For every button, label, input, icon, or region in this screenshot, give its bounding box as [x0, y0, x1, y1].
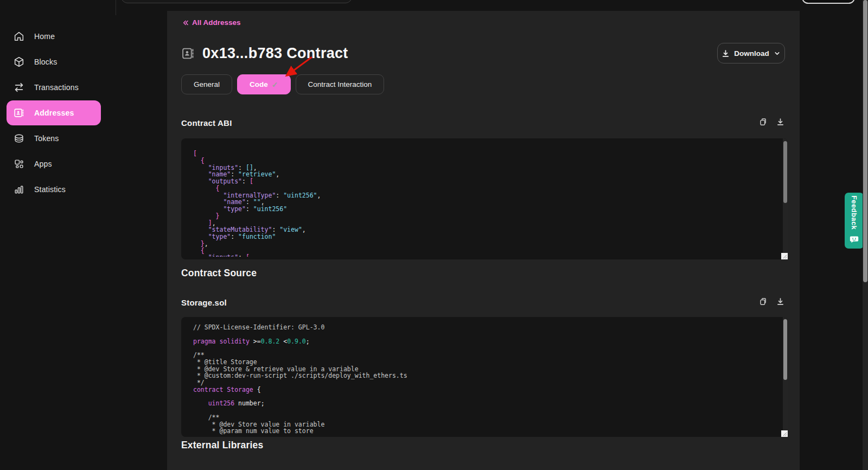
sidebar-item-transactions[interactable]: Transactions [7, 75, 101, 100]
home-icon [12, 30, 25, 43]
source-scrollbar-thumb[interactable] [783, 319, 787, 380]
top-right-button-partial[interactable] [802, 0, 855, 4]
abi-scrollbar[interactable] [783, 138, 788, 259]
sidebar-item-addresses[interactable]: Addresses [7, 100, 101, 125]
source-scrollbar[interactable] [783, 317, 788, 437]
search-bar-partial[interactable] [121, 0, 352, 3]
app-root: HomeBlocksTransactionsAddressesTokensApp… [0, 0, 868, 470]
sidebar-item-statistics[interactable]: Statistics [7, 177, 101, 202]
code-line [193, 393, 788, 401]
code-line: // SPDX-License-Identifier: GPL-3.0 [193, 324, 788, 331]
code-line: contract Storage { [193, 386, 788, 393]
source-file-name: Storage.sol [181, 298, 227, 307]
statistics-icon [12, 183, 25, 196]
code-line: { [193, 157, 788, 164]
main-panel: All Addresses 0x13...b783 Contract Downl… [167, 11, 800, 470]
section-heading-contract-source: Contract Source [181, 268, 257, 279]
tab-label: Code [250, 80, 268, 88]
tabs: GeneralCode✓Contract Interaction [181, 74, 384, 94]
copy-icon [759, 297, 767, 307]
page-scrollbar[interactable] [863, 0, 868, 470]
sidebar-item-label: Apps [34, 160, 52, 168]
code-line: }, [193, 240, 788, 247]
tab-general[interactable]: General [181, 74, 232, 94]
download-button[interactable]: Download [717, 43, 785, 63]
tab-code[interactable]: Code✓ [237, 74, 290, 94]
tab-label: Contract Interaction [308, 80, 372, 88]
download-icon [776, 297, 784, 307]
code-line: "type": "uint256" [193, 206, 788, 213]
sidebar-item-label: Blocks [34, 58, 57, 66]
contract-icon [181, 47, 195, 60]
back-link-label: All Addresses [192, 18, 241, 27]
source-code-block: // SPDX-License-Identifier: GPL-3.0 prag… [181, 317, 788, 437]
sidebar-item-label: Home [34, 32, 55, 41]
code-line: pragma solidity >=0.8.2 <0.9.0; [193, 338, 788, 345]
tab-contract-interaction[interactable]: Contract Interaction [296, 74, 385, 94]
download-icon [722, 49, 730, 58]
addresses-icon [12, 106, 25, 119]
code-line: * @param num value to store [193, 428, 788, 434]
code-line [193, 407, 788, 414]
code-line: "stateMutability": "view", [193, 226, 788, 233]
abi-scrollbar-thumb[interactable] [783, 141, 787, 203]
sidebar-item-label: Statistics [34, 185, 66, 194]
sidebar-item-label: Tokens [34, 134, 59, 143]
sidebar-item-blocks[interactable]: Blocks [7, 49, 101, 74]
code-line: [ [193, 150, 788, 157]
copy-source-button[interactable] [758, 298, 767, 307]
code-line: "type": "function" [193, 233, 788, 240]
feedback-button[interactable]: Feedback [845, 193, 864, 249]
download-abi-button[interactable] [776, 118, 784, 127]
sidebar: HomeBlocksTransactionsAddressesTokensApp… [0, 0, 119, 470]
sidebar-item-home[interactable]: Home [7, 24, 101, 49]
section-heading-contract-abi: Contract ABI [181, 118, 232, 128]
apps-icon [12, 157, 25, 170]
sidebar-item-apps[interactable]: Apps [7, 151, 101, 176]
page-title: 0x13...b783 Contract [202, 45, 348, 62]
chevron-down-icon [774, 50, 781, 57]
code-line: "internalType": "uint256", [193, 192, 788, 199]
sidebar-item-tokens[interactable]: Tokens [7, 126, 101, 151]
code-line: /** [193, 352, 788, 359]
section-heading-external-libraries: External Libraries [181, 440, 263, 451]
code-line [193, 345, 788, 352]
code-line: "outputs": [ [193, 178, 788, 185]
tab-label: General [194, 80, 220, 88]
download-source-button[interactable] [776, 298, 784, 307]
source-resize-handle[interactable] [781, 430, 788, 437]
code-line: "inputs": [], [193, 164, 788, 172]
code-line: { [193, 247, 788, 255]
copy-abi-button[interactable] [758, 118, 767, 127]
blocks-icon [12, 55, 25, 68]
code-line: uint256 number; [193, 400, 788, 407]
abi-resize-handle[interactable] [781, 253, 788, 259]
sidebar-item-label: Addresses [34, 109, 74, 117]
code-line: * @custom:dev-run-script ./scripts/deplo… [193, 372, 788, 379]
abi-code-block: [ { "inputs": [], "name": "retrieve", "o… [181, 138, 788, 259]
sidebar-item-label: Transactions [34, 83, 79, 92]
transactions-icon [12, 81, 25, 94]
page-scrollbar-thumb[interactable] [863, 0, 867, 282]
chevrons-left-icon [181, 19, 189, 27]
code-line: */ [193, 379, 788, 386]
copy-icon [759, 118, 767, 128]
tokens-icon [12, 132, 25, 145]
back-link-all-addresses[interactable]: All Addresses [181, 18, 241, 27]
code-line: "inputs": [ [193, 254, 788, 257]
code-line: } [193, 213, 788, 220]
code-line: "name": "retrieve", [193, 171, 788, 178]
checkmark-icon: ✓ [272, 80, 278, 89]
feedback-chat-icon [850, 234, 859, 246]
feedback-label: Feedback [850, 195, 858, 230]
download-icon [776, 118, 784, 128]
